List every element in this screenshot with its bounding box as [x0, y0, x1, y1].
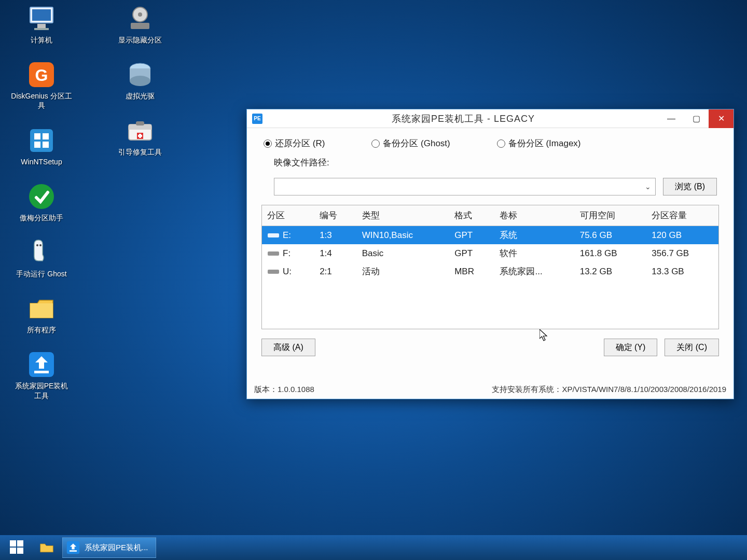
svg-text:G: G [35, 66, 48, 85]
titlebar: PE 系统家园PE装机工具 - LEGACY — ▢ ✕ [247, 109, 734, 128]
desktop-icon-show-hidden-partition[interactable]: 显示隐藏分区 [109, 4, 171, 45]
svg-rect-10 [43, 142, 49, 148]
winntsetup-icon [27, 126, 56, 155]
window-controls: — ▢ ✕ [659, 109, 734, 128]
close-button[interactable]: ✕ [709, 109, 734, 128]
radio-dot-icon [497, 139, 505, 148]
ok-button[interactable]: 确定 (Y) [604, 339, 658, 356]
virtual-drive-icon [126, 60, 155, 89]
svg-rect-3 [34, 28, 49, 30]
partition-table-wrap: 分区编号类型格式卷标可用空间分区容量 E:1:3WIN10,BasicGPT系统… [261, 205, 719, 329]
svg-rect-24 [136, 121, 144, 125]
svg-point-11 [29, 184, 54, 209]
svg-rect-33 [10, 548, 16, 554]
image-path-input-row: ⌄ 浏览 (B) [258, 178, 722, 205]
close-dialog-button[interactable]: 关闭 (C) [665, 339, 719, 356]
col-header[interactable]: 分区 [262, 205, 314, 226]
desktop-icon-all-programs[interactable]: 所有程序 [10, 294, 73, 334]
disk-icon [267, 232, 280, 239]
pe-installer-window: PE 系统家园PE装机工具 - LEGACY — ▢ ✕ 还原分区 (R) 备份… [246, 109, 734, 399]
pe-installer-icon [27, 350, 56, 379]
start-button[interactable] [3, 537, 31, 558]
show-hidden-partition-icon [126, 4, 155, 33]
col-header[interactable]: 格式 [449, 205, 494, 226]
svg-point-21 [130, 76, 150, 86]
svg-point-13 [39, 244, 42, 246]
taskbar-app-label: 系统家园PE装机... [85, 543, 148, 553]
radio-backup-ghost-label: 备份分区 (Ghost) [383, 137, 450, 149]
radio-dot-icon [371, 139, 380, 148]
desktop-icon-winntsetup[interactable]: WinNTSetup [10, 126, 73, 166]
desktop-icon-label: 显示隐藏分区 [118, 35, 162, 45]
taskbar: 系统家园PE装机... [0, 535, 747, 560]
desktop-icon-label: WinNTSetup [21, 157, 62, 166]
window-title: 系统家园PE装机工具 - LEGACY [268, 113, 659, 125]
version-label: 版本：1.0.0.1088 [254, 385, 314, 395]
installer-icon [66, 540, 80, 555]
browse-button[interactable]: 浏览 (B) [663, 178, 717, 195]
desktop-icon-label: 傲梅分区助手 [20, 213, 63, 222]
col-header[interactable]: 可用空间 [575, 205, 647, 226]
svg-rect-18 [131, 23, 149, 29]
mode-radio-group: 还原分区 (R) 备份分区 (Ghost) 备份分区 (Imagex) [258, 137, 722, 157]
image-path-row: 映像文件路径: [258, 157, 722, 178]
manual-ghost-icon [27, 238, 56, 267]
taskbar-file-explorer[interactable] [34, 537, 59, 558]
desktop-icon-label: 引导修复工具 [118, 147, 162, 157]
desktop-icon-diskgenius[interactable]: GDiskGenius 分区工具 [10, 60, 73, 110]
col-header[interactable]: 编号 [314, 205, 357, 226]
radio-backup-imagex[interactable]: 备份分区 (Imagex) [497, 137, 581, 149]
all-programs-icon [27, 294, 56, 323]
table-row[interactable]: U:2:1活动MBR系统家园...13.2 GB13.3 GB [262, 262, 718, 281]
desktop-icon-manual-ghost[interactable]: 手动运行 Ghost [10, 238, 73, 278]
svg-rect-8 [43, 133, 49, 139]
bottom-button-row: 高级 (A) 确定 (Y) 关闭 (C) [258, 329, 722, 356]
desktop-icon-boot-repair[interactable]: 引导修复工具 [109, 116, 171, 157]
svg-point-17 [138, 12, 142, 17]
advanced-button[interactable]: 高级 (A) [261, 339, 315, 356]
svg-rect-36 [70, 550, 77, 552]
svg-rect-1 [32, 9, 51, 21]
windows-logo-icon [10, 540, 24, 555]
desktop-icon-aomei-partition[interactable]: 傲梅分区助手 [10, 182, 73, 222]
desktop-icon-label: 计算机 [31, 35, 52, 45]
disk-icon [267, 268, 280, 275]
desktop-icon-pe-installer[interactable]: 系统家园PE装机 工具 [10, 350, 73, 400]
svg-rect-34 [17, 548, 23, 554]
svg-rect-9 [34, 142, 40, 148]
desktop-icon-label: 虚拟光驱 [126, 91, 155, 101]
boot-repair-icon [126, 116, 155, 145]
image-path-label: 映像文件路径: [274, 157, 329, 169]
desktop-icon-label: DiskGenius 分区工具 [10, 91, 73, 110]
disk-icon [267, 250, 280, 257]
image-path-dropdown[interactable]: ⌄ [274, 178, 656, 195]
partition-table: 分区编号类型格式卷标可用空间分区容量 E:1:3WIN10,BasicGPT系统… [262, 205, 718, 281]
col-header[interactable]: 类型 [357, 205, 450, 226]
svg-rect-6 [30, 129, 53, 152]
computer-icon [27, 4, 56, 33]
col-header[interactable]: 分区容量 [646, 205, 718, 226]
maximize-button[interactable]: ▢ [684, 109, 709, 128]
radio-backup-imagex-label: 备份分区 (Imagex) [508, 137, 581, 149]
radio-dot-icon [264, 139, 272, 148]
svg-point-12 [36, 244, 38, 246]
minimize-button[interactable]: — [659, 109, 684, 128]
svg-rect-7 [34, 133, 40, 139]
desktop-icon-virtual-drive[interactable]: 虚拟光驱 [109, 60, 171, 101]
svg-rect-28 [268, 233, 279, 237]
svg-rect-29 [268, 251, 279, 256]
folder-icon [39, 540, 54, 555]
taskbar-pe-installer[interactable]: 系统家园PE装机... [62, 537, 156, 558]
diskgenius-icon: G [27, 60, 56, 89]
svg-rect-2 [37, 24, 46, 28]
support-label: 支持安装所有系统：XP/VISTA/WIN7/8/8.1/10/2003/200… [492, 385, 726, 395]
app-icon: PE [252, 114, 262, 124]
col-header[interactable]: 卷标 [494, 205, 574, 226]
table-row[interactable]: E:1:3WIN10,BasicGPT系统75.6 GB120 GB [262, 226, 718, 245]
desktop-icon-computer[interactable]: 计算机 [10, 4, 73, 45]
desktop-icon-label: 所有程序 [27, 325, 56, 334]
table-row[interactable]: F:1:4BasicGPT软件161.8 GB356.7 GB [262, 244, 718, 262]
svg-rect-27 [138, 135, 142, 137]
radio-restore[interactable]: 还原分区 (R) [264, 137, 325, 149]
radio-backup-ghost[interactable]: 备份分区 (Ghost) [371, 137, 450, 149]
